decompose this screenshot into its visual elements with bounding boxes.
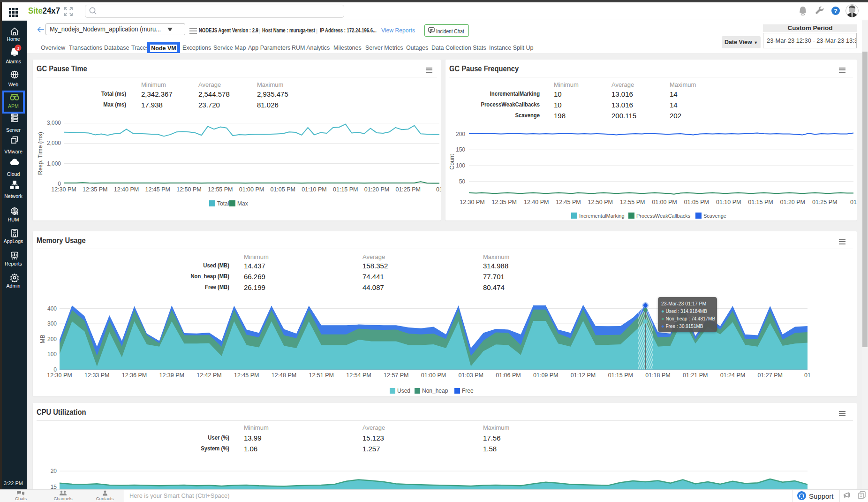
svg-text:1,000: 1,000: [47, 160, 61, 167]
svg-text:12:39 PM: 12:39 PM: [159, 372, 184, 379]
svg-text:12:35 PM: 12:35 PM: [83, 186, 108, 193]
svg-text:01:20 PM: 01:20 PM: [780, 199, 806, 205]
svg-text:3: 3: [17, 46, 19, 51]
svg-text:01:03 PM: 01:03 PM: [458, 372, 483, 379]
svg-text:12:40 PM: 12:40 PM: [524, 199, 549, 205]
svg-text:12:48 PM: 12:48 PM: [272, 372, 297, 379]
svg-text:01:10 PM: 01:10 PM: [716, 199, 741, 205]
svg-text:400: 400: [47, 305, 57, 312]
svg-text:ProcessWeakCallbacks: ProcessWeakCallbacks: [636, 213, 691, 219]
svg-text:01: 01: [436, 186, 441, 193]
svg-text:150: 150: [456, 146, 465, 153]
svg-text:Total: Total: [217, 200, 229, 207]
svg-text:20: 20: [51, 468, 57, 474]
svg-text:01:21 PM: 01:21 PM: [683, 372, 708, 379]
svg-text:12:55 PM: 12:55 PM: [208, 186, 233, 193]
svg-text:Free: Free: [462, 388, 474, 394]
svg-text:01:15 PM: 01:15 PM: [608, 372, 633, 379]
svg-text:12:50 PM: 12:50 PM: [176, 186, 202, 193]
svg-text:12:30 PM: 12:30 PM: [460, 199, 485, 205]
svg-text:01:00 PM: 01:00 PM: [652, 199, 677, 205]
svg-text:12:35 PM: 12:35 PM: [492, 199, 517, 205]
svg-text:12:30 PM: 12:30 PM: [47, 372, 72, 379]
svg-text:12:50 PM: 12:50 PM: [588, 199, 613, 205]
svg-text:100: 100: [47, 351, 57, 357]
svg-text:100: 100: [456, 162, 465, 169]
svg-text:12:33 PM: 12:33 PM: [84, 372, 110, 379]
svg-text:Max: Max: [237, 200, 248, 207]
svg-text:Used: Used: [397, 388, 410, 394]
svg-text:01:24 PM: 01:24 PM: [720, 372, 746, 379]
svg-text:12:40 PM: 12:40 PM: [114, 186, 139, 193]
svg-text:01:20 PM: 01:20 PM: [364, 186, 390, 193]
svg-text:12:57 PM: 12:57 PM: [384, 372, 409, 379]
svg-text:12:51 PM: 12:51 PM: [309, 372, 334, 379]
svg-text:01:05 PM: 01:05 PM: [684, 199, 709, 205]
svg-text:12:45 PM: 12:45 PM: [145, 186, 170, 193]
svg-text:01:05 PM: 01:05 PM: [270, 186, 295, 193]
svg-text:12:36 PM: 12:36 PM: [122, 372, 147, 379]
svg-text:01:18 PM: 01:18 PM: [645, 372, 671, 379]
svg-text:12:30 PM: 12:30 PM: [51, 186, 76, 193]
svg-text:12:42 PM: 12:42 PM: [196, 372, 222, 379]
svg-text:300: 300: [47, 320, 57, 327]
svg-text:01:25 PM: 01:25 PM: [812, 199, 838, 205]
svg-text:01:15 PM: 01:15 PM: [333, 186, 358, 193]
svg-text:12:55 PM: 12:55 PM: [620, 199, 645, 205]
svg-text:Scavenge: Scavenge: [703, 213, 726, 219]
svg-text:01:27 PM: 01:27 PM: [757, 372, 783, 379]
svg-text:12:45 PM: 12:45 PM: [234, 372, 259, 379]
svg-text:01:25 PM: 01:25 PM: [395, 186, 421, 193]
svg-text:01:06 PM: 01:06 PM: [496, 372, 521, 379]
svg-text:IncrementalMarking: IncrementalMarking: [579, 213, 625, 219]
svg-text:12:45 PM: 12:45 PM: [556, 199, 581, 205]
svg-text:12:54 PM: 12:54 PM: [346, 372, 371, 379]
svg-text:50: 50: [459, 178, 466, 185]
svg-text:15: 15: [51, 484, 57, 489]
svg-text:Non_heap: Non_heap: [422, 388, 448, 394]
svg-text:01:15 PM: 01:15 PM: [748, 199, 773, 205]
svg-text:01:10 PM: 01:10 PM: [302, 186, 327, 193]
svg-text:01:00 PM: 01:00 PM: [239, 186, 264, 193]
svg-text:200: 200: [456, 131, 465, 137]
svg-text:01:00 PM: 01:00 PM: [421, 372, 446, 379]
svg-text:01:12 PM: 01:12 PM: [571, 372, 596, 379]
svg-text:MB: MB: [39, 335, 46, 343]
svg-text:200: 200: [47, 336, 57, 342]
svg-text:3,000: 3,000: [47, 120, 61, 126]
svg-text:01:09 PM: 01:09 PM: [533, 372, 559, 379]
svg-text:Count: Count: [449, 154, 455, 170]
svg-text:2,000: 2,000: [47, 140, 61, 146]
svg-text:Resp. Time (ms): Resp. Time (ms): [37, 132, 44, 175]
svg-text:01: 01: [804, 372, 811, 379]
svg-text:01: 01: [850, 199, 857, 205]
svg-text:?: ?: [834, 8, 838, 15]
